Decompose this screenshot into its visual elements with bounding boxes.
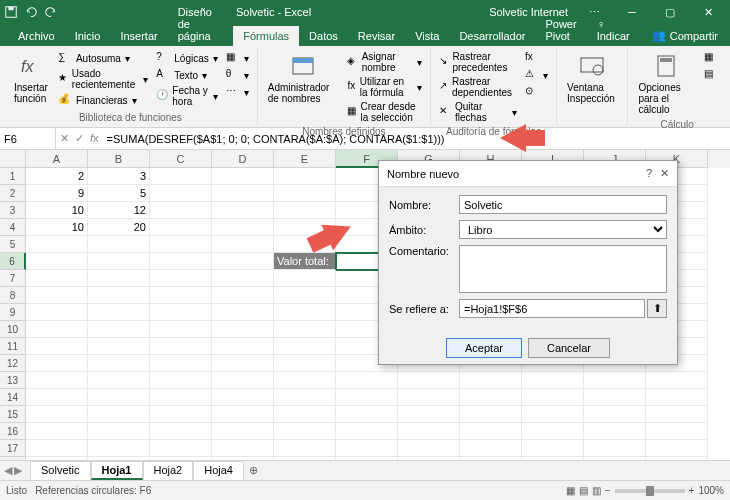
dialog-help-icon[interactable]: ? xyxy=(646,167,652,180)
name-manager-button[interactable]: Administrador de nombres xyxy=(264,50,342,124)
zoom-level[interactable]: 100% xyxy=(698,485,724,496)
cell-D18[interactable] xyxy=(212,457,274,460)
row-header-7[interactable]: 7 xyxy=(0,270,26,287)
cell-G15[interactable] xyxy=(398,406,460,423)
cell-I15[interactable] xyxy=(522,406,584,423)
cell-F14[interactable] xyxy=(336,389,398,406)
cell-K13[interactable] xyxy=(646,372,708,389)
cell-E11[interactable] xyxy=(274,338,336,355)
cell-A7[interactable] xyxy=(26,270,88,287)
cell-A2[interactable]: 9 xyxy=(26,185,88,202)
cell-K17[interactable] xyxy=(646,440,708,457)
sheet-tab-hoja4[interactable]: Hoja4 xyxy=(193,461,244,480)
cell-I13[interactable] xyxy=(522,372,584,389)
input-nombre[interactable] xyxy=(459,195,667,214)
col-header-A[interactable]: A xyxy=(26,150,88,168)
textarea-comentario[interactable] xyxy=(459,245,667,293)
tab-formulas[interactable]: Fórmulas xyxy=(233,26,299,46)
cell-C10[interactable] xyxy=(150,321,212,338)
cell-B9[interactable] xyxy=(88,304,150,321)
cell-I16[interactable] xyxy=(522,423,584,440)
cell-F15[interactable] xyxy=(336,406,398,423)
cell-A10[interactable] xyxy=(26,321,88,338)
cell-C9[interactable] xyxy=(150,304,212,321)
cell-C2[interactable] xyxy=(150,185,212,202)
cancel-formula-icon[interactable]: ✕ xyxy=(60,132,69,145)
autosum-button[interactable]: ∑Autosuma ▾ xyxy=(56,50,150,66)
cell-B16[interactable] xyxy=(88,423,150,440)
insert-function-button[interactable]: fx Insertar función xyxy=(10,50,52,108)
cell-A14[interactable] xyxy=(26,389,88,406)
add-sheet-button[interactable]: ⊕ xyxy=(244,464,262,477)
cell-J15[interactable] xyxy=(584,406,646,423)
cell-D7[interactable] xyxy=(212,270,274,287)
sheet-prev-icon[interactable]: ◀ xyxy=(4,464,12,477)
cell-A13[interactable] xyxy=(26,372,88,389)
cell-H13[interactable] xyxy=(460,372,522,389)
cell-G13[interactable] xyxy=(398,372,460,389)
datetime-button[interactable]: 🕐Fecha y hora ▾ xyxy=(154,84,219,108)
create-from-selection-button[interactable]: ▦Crear desde la selección xyxy=(345,100,424,124)
cell-D9[interactable] xyxy=(212,304,274,321)
cell-E12[interactable] xyxy=(274,355,336,372)
cell-D10[interactable] xyxy=(212,321,274,338)
cell-D5[interactable] xyxy=(212,236,274,253)
cell-F16[interactable] xyxy=(336,423,398,440)
cell-E6[interactable]: Valor total: xyxy=(274,253,336,270)
define-name-button[interactable]: ◈Asignar nombre ▾ xyxy=(345,50,424,74)
view-normal-icon[interactable]: ▦ xyxy=(566,485,575,496)
cell-E17[interactable] xyxy=(274,440,336,457)
maximize-icon[interactable]: ▢ xyxy=(652,0,688,24)
cell-H15[interactable] xyxy=(460,406,522,423)
cell-J16[interactable] xyxy=(584,423,646,440)
cell-J14[interactable] xyxy=(584,389,646,406)
error-check-button[interactable]: ⚠▾ xyxy=(523,67,550,83)
cell-C3[interactable] xyxy=(150,202,212,219)
cell-B1[interactable]: 3 xyxy=(88,168,150,185)
cell-K16[interactable] xyxy=(646,423,708,440)
cell-C11[interactable] xyxy=(150,338,212,355)
cell-E1[interactable] xyxy=(274,168,336,185)
sheet-tab-hoja2[interactable]: Hoja2 xyxy=(143,461,194,480)
cell-D16[interactable] xyxy=(212,423,274,440)
collapse-dialog-icon[interactable]: ⬆ xyxy=(647,299,667,318)
row-header-10[interactable]: 10 xyxy=(0,321,26,338)
cell-B4[interactable]: 20 xyxy=(88,219,150,236)
row-header-12[interactable]: 12 xyxy=(0,355,26,372)
calc-now-button[interactable]: ▦ xyxy=(702,50,720,66)
cell-C12[interactable] xyxy=(150,355,212,372)
evaluate-button[interactable]: ⊙ xyxy=(523,84,550,100)
cell-H18[interactable] xyxy=(460,457,522,460)
tab-datos[interactable]: Datos xyxy=(299,26,348,46)
cell-E18[interactable] xyxy=(274,457,336,460)
tab-revisar[interactable]: Revisar xyxy=(348,26,405,46)
cell-E15[interactable] xyxy=(274,406,336,423)
cell-B2[interactable]: 5 xyxy=(88,185,150,202)
view-break-icon[interactable]: ▥ xyxy=(592,485,601,496)
sheet-next-icon[interactable]: ▶ xyxy=(14,464,22,477)
sheet-tab-hoja1[interactable]: Hoja1 xyxy=(91,461,143,480)
row-header-4[interactable]: 4 xyxy=(0,219,26,236)
cell-J17[interactable] xyxy=(584,440,646,457)
cell-E8[interactable] xyxy=(274,287,336,304)
cell-I18[interactable] xyxy=(522,457,584,460)
tab-powerpivot[interactable]: Power Pivot xyxy=(535,14,586,46)
logical-button[interactable]: ?Lógicas ▾ xyxy=(154,50,219,66)
select-all-corner[interactable] xyxy=(0,150,26,168)
cell-G14[interactable] xyxy=(398,389,460,406)
cell-A16[interactable] xyxy=(26,423,88,440)
tab-vista[interactable]: Vista xyxy=(405,26,449,46)
recent-button[interactable]: ★Usado recientemente ▾ xyxy=(56,67,150,91)
cell-B11[interactable] xyxy=(88,338,150,355)
cell-C4[interactable] xyxy=(150,219,212,236)
col-header-E[interactable]: E xyxy=(274,150,336,168)
cell-C5[interactable] xyxy=(150,236,212,253)
cell-C16[interactable] xyxy=(150,423,212,440)
cell-B6[interactable] xyxy=(88,253,150,270)
tab-desarrollador[interactable]: Desarrollador xyxy=(449,26,535,46)
cell-E14[interactable] xyxy=(274,389,336,406)
input-refiere[interactable] xyxy=(459,299,645,318)
cell-B7[interactable] xyxy=(88,270,150,287)
col-header-C[interactable]: C xyxy=(150,150,212,168)
cell-H14[interactable] xyxy=(460,389,522,406)
